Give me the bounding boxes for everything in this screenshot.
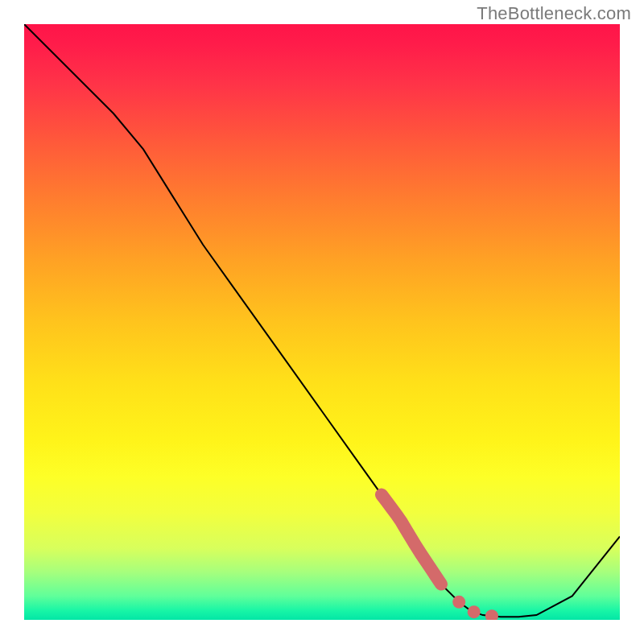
highlight-dot <box>468 605 481 618</box>
highlight-dots-group <box>452 596 498 620</box>
highlight-dot <box>485 609 498 620</box>
chart-svg <box>24 24 620 620</box>
watermark-label: TheBottleneck.com <box>477 3 631 24</box>
highlight-dot <box>452 596 465 609</box>
plot-area <box>24 24 620 620</box>
chart-container: TheBottleneck.com <box>0 0 644 644</box>
bottleneck-curve-line <box>24 24 620 617</box>
highlight-segment <box>382 495 441 584</box>
